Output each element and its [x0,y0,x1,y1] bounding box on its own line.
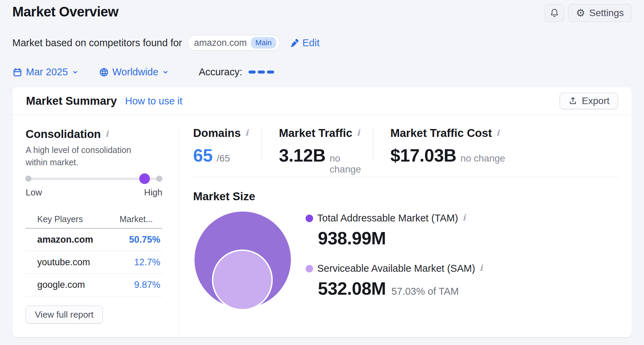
col-market-share: Market... [120,214,153,224]
how-to-use-link[interactable]: How to use it [125,95,183,107]
date-filter-label: Mar 2025 [26,66,68,78]
export-label: Export [582,95,609,106]
consolidation-description: A high level of consolidation within mar… [26,144,145,168]
stat-value: $17.03B [390,145,456,166]
accuracy-level-dashes [249,71,274,74]
domain-pill[interactable]: amazon.com Main [187,35,280,51]
sam-dot-icon [306,265,313,272]
notifications-button[interactable] [545,4,564,22]
view-full-report-button[interactable]: View full report [26,306,103,323]
chevron-down-icon [162,68,169,76]
row-share: 9.87% [134,280,160,290]
slider-handle [139,174,150,184]
info-icon[interactable]: i [480,263,483,273]
edit-button[interactable]: Edit [290,37,320,49]
sam-legend-row: Serviceable Available Market (SAM) i [306,263,483,274]
date-filter[interactable]: Mar 2025 [12,66,79,78]
row-domain: amazon.com [37,234,93,245]
table-row: google.com 9.87% [26,274,162,296]
slider-low-label: Low [26,187,42,198]
region-filter[interactable]: Worldwide [99,66,170,78]
consolidation-section-title: Consolidation i [26,128,108,141]
stat-note: /65 [217,153,230,164]
chevron-down-icon [71,68,79,76]
settings-label: Settings [589,8,624,18]
accuracy-indicator: Accuracy: [199,66,274,78]
accuracy-label: Accuracy: [199,66,242,78]
subheader-text: Market based on competitors found for [12,37,182,49]
row-share: 50.75% [129,234,160,245]
gear-icon: ⚙ [576,8,585,18]
table-row: amazon.com 50.75% [26,229,162,251]
sam-bubble[interactable] [212,250,273,310]
market-summary-card: Market Summary How to use it Export Cons… [12,87,632,337]
column-divider [179,127,179,336]
market-overview-page: Market Overview ⚙ Settings Market based … [0,0,644,345]
info-icon[interactable]: i [496,128,499,138]
card-header: Market Summary How to use it Export [12,87,632,115]
tam-value: 938.99M [318,228,386,248]
subheader: Market based on competitors found for am… [12,35,320,51]
table-row: youtube.com 12.7% [26,251,162,274]
topbar-actions: ⚙ Settings [545,4,632,22]
table-header-row: Key Players Market... [26,210,162,229]
stats-row: Domains i 65 /65 Market Traffic i 3.12B … [193,127,505,175]
row-share: 12.7% [134,257,160,268]
row-domain: youtube.com [37,257,90,268]
slider-labels: Low High [26,187,162,198]
tam-legend-row: Total Addressable Market (TAM) i [306,213,483,224]
slider-high-label: High [144,187,162,198]
consolidation-slider [26,173,162,184]
key-players-table: Key Players Market... amazon.com 50.75% … [26,210,162,296]
slider-start-dot [25,176,31,182]
pencil-icon [290,38,299,48]
domain-name: amazon.com [194,38,247,48]
export-icon [568,96,578,106]
stat-value: 3.12B [279,145,325,166]
tam-value-row: 938.99M [318,228,483,248]
settings-button[interactable]: ⚙ Settings [568,4,632,22]
info-icon[interactable]: i [245,128,248,138]
stat-note: no change [460,153,505,164]
info-icon[interactable]: i [105,129,108,139]
market-size-legend: Total Addressable Market (TAM) i 938.99M… [306,213,483,299]
stat-label: Market Traffic Cost i [390,127,505,140]
main-badge: Main [251,37,276,49]
slider-end-dot [156,176,162,182]
row-domain: google.com [37,280,85,290]
globe-icon [99,67,109,77]
col-key-players: Key Players [37,214,83,224]
page-title: Market Overview [12,4,118,20]
stat-market-traffic-cost: Market Traffic Cost i $17.03B no change [373,127,505,175]
stat-market-traffic: Market Traffic i 3.12B no change [262,127,373,175]
edit-label: Edit [303,37,320,49]
info-icon[interactable]: i [357,128,360,138]
stat-label: Market Traffic i [279,127,373,140]
tam-label: Total Addressable Market (TAM) [317,213,458,224]
stat-label: Domains i [193,127,261,140]
tam-dot-icon [306,215,313,222]
sam-value-row: 532.08M 57.03% of TAM [318,278,483,299]
consolidation-title-text: Consolidation [26,128,101,141]
export-button[interactable]: Export [560,93,618,109]
info-icon[interactable]: i [462,213,466,222]
stat-note: no change [330,153,373,175]
sam-value: 532.08M [318,278,386,299]
section-divider [193,177,619,177]
card-title: Market Summary [26,94,117,107]
stat-value[interactable]: 65 [193,145,213,166]
sam-label: Serviceable Available Market (SAM) [317,263,475,274]
region-filter-label: Worldwide [112,66,159,78]
market-size-title: Market Size [193,190,255,203]
bell-icon [549,8,560,18]
sam-pct-of-tam: 57.03% of TAM [391,286,459,297]
calendar-icon [12,67,23,77]
filters-row: Mar 2025 Worldwide Accuracy: [12,66,274,78]
stat-domains: Domains i 65 /65 [193,127,261,175]
